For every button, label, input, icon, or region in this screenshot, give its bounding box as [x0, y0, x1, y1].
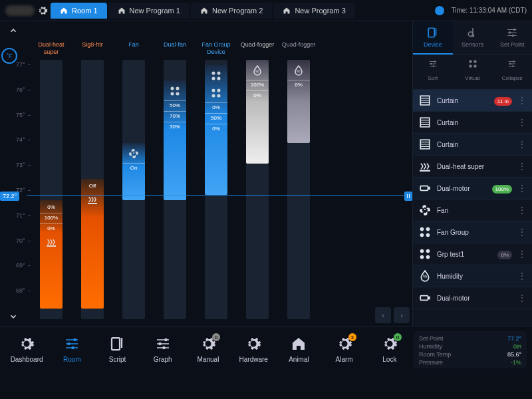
- tab-0[interactable]: Room 1: [51, 3, 107, 19]
- nav-graph[interactable]: Graph: [142, 336, 184, 363]
- bottom-bar: Dashboard Room Script Graph 0Manual Hard…: [0, 326, 532, 372]
- settings-button[interactable]: [37, 5, 48, 16]
- device-status: 100%: [492, 184, 512, 192]
- nav-dashboard[interactable]: Dashboard: [5, 336, 48, 363]
- device-more-button[interactable]: ⋮: [517, 249, 527, 259]
- humidity-icon: [418, 269, 432, 283]
- chart-column[interactable]: Quad-fogger 100%0%: [239, 41, 275, 319]
- chart-column[interactable]: Sig8-htr Off: [74, 41, 110, 319]
- curtain-icon: [418, 116, 432, 129]
- setpoint-line: [27, 196, 412, 196]
- device-list[interactable]: Curtain 11 in ⋮ Curtain ⋮ Curtain ⋮ Dual…: [413, 90, 532, 326]
- chart-prev-button[interactable]: ‹: [375, 307, 391, 323]
- side-control-collapse[interactable]: Collapse: [492, 55, 532, 89]
- device-more-button[interactable]: ⋮: [517, 117, 527, 128]
- device-item[interactable]: Humidity ⋮: [413, 265, 532, 287]
- fan-icon: [418, 203, 432, 217]
- setpoint-handle[interactable]: [404, 192, 412, 201]
- chart-column[interactable]: Dual-fan 50%70%30%: [157, 41, 193, 319]
- unit-badge[interactable]: °F: [1, 48, 17, 64]
- device-status: 0%: [497, 250, 512, 258]
- tab-3[interactable]: New Program 3: [273, 3, 354, 19]
- heater-icon: [418, 160, 432, 173]
- top-bar: Room 1New Program 1New Program 2New Prog…: [0, 0, 532, 21]
- nav-lock[interactable]: 0Lock: [368, 336, 411, 363]
- device-more-button[interactable]: ⋮: [517, 227, 527, 237]
- nav-manual[interactable]: 0Manual: [187, 336, 229, 363]
- nav-room[interactable]: Room: [51, 336, 93, 363]
- device-item[interactable]: Fan ⋮: [413, 200, 532, 221]
- scroll-down-button[interactable]: [7, 310, 20, 323]
- device-more-button[interactable]: ⋮: [517, 139, 527, 150]
- side-tab-device[interactable]: Device: [413, 21, 453, 55]
- axis-tick: 77°: [16, 61, 25, 68]
- logo: [5, 5, 35, 16]
- side-control-sort[interactable]: Sort: [413, 55, 453, 89]
- nav-animal[interactable]: Animal: [277, 336, 320, 363]
- device-more-button[interactable]: ⋮: [517, 95, 527, 106]
- device-more-button[interactable]: ⋮: [517, 161, 527, 172]
- chart-next-button[interactable]: ›: [394, 307, 410, 323]
- motor-icon: [418, 182, 432, 195]
- globe-icon[interactable]: [435, 6, 444, 15]
- tab-2[interactable]: New Program 2: [191, 3, 272, 19]
- axis-tick: 68°: [16, 287, 25, 294]
- device-item[interactable]: Fan Group ⋮: [413, 221, 532, 243]
- chart-column[interactable]: Fan On: [116, 41, 152, 319]
- axis-tick: 70°: [16, 237, 25, 244]
- device-item[interactable]: Dual-motor 100% ⋮: [413, 178, 532, 200]
- chart-column[interactable]: Quad-fogger 0%: [281, 41, 317, 319]
- side-control-virtual[interactable]: Virtual: [453, 55, 493, 89]
- side-panel: DeviceSensorsSet Point SortVirtualCollap…: [412, 21, 532, 326]
- device-item[interactable]: Dual-motor ⋮: [413, 287, 532, 309]
- axis-tick: 74°: [16, 136, 25, 143]
- side-tab-sensors[interactable]: Sensors: [453, 21, 493, 55]
- device-more-button[interactable]: ⋮: [517, 293, 527, 303]
- axis-tick: 69°: [16, 262, 25, 269]
- device-more-button[interactable]: ⋮: [517, 271, 527, 281]
- device-item[interactable]: Dual-heat super ⋮: [413, 156, 532, 178]
- device-item[interactable]: Grp test1 0% ⋮: [413, 243, 532, 265]
- device-item[interactable]: Curtain 11 in ⋮: [413, 90, 532, 112]
- curtain-icon: [418, 94, 432, 107]
- status-panel: Set Point77.2° Humidity0in Room Temp85.6…: [414, 331, 527, 368]
- axis-tick: 75°: [16, 112, 25, 118]
- axis-tick: 71°: [16, 212, 25, 219]
- device-more-button[interactable]: ⋮: [517, 205, 527, 215]
- chart-column[interactable]: Dual-heat super 0%100%0%: [33, 41, 69, 319]
- device-item[interactable]: Curtain ⋮: [413, 134, 532, 156]
- device-more-button[interactable]: ⋮: [517, 183, 527, 194]
- tab-1[interactable]: New Program 1: [108, 3, 190, 19]
- axis-tick: 73°: [16, 162, 25, 168]
- motor-icon: [418, 291, 432, 305]
- chart-column[interactable]: Fan Group Device 0%50%0%: [198, 41, 234, 319]
- scroll-up-button[interactable]: [7, 24, 20, 37]
- clock: Time: 11:33:04 AM (CDT): [451, 7, 527, 14]
- nav-alarm[interactable]: 3Alarm: [323, 336, 366, 363]
- fan-group-icon: [418, 247, 432, 261]
- side-tab-set point[interactable]: Set Point: [492, 21, 532, 55]
- axis-tick: 76°: [16, 86, 25, 93]
- nav-script[interactable]: Script: [96, 336, 138, 363]
- fan-group-icon: [418, 225, 432, 239]
- setpoint-badge[interactable]: 72.2°: [0, 192, 19, 201]
- device-status: 11 in: [494, 96, 512, 104]
- nav-hardware[interactable]: Hardware: [232, 336, 275, 363]
- room-tabs: Room 1New Program 1New Program 2New Prog…: [51, 3, 432, 19]
- device-item[interactable]: Curtain ⋮: [413, 112, 532, 134]
- chart-area: °F 77°76°75°74°73°72°71°70°69°68° 72.2° …: [0, 21, 412, 326]
- curtain-icon: [418, 138, 432, 151]
